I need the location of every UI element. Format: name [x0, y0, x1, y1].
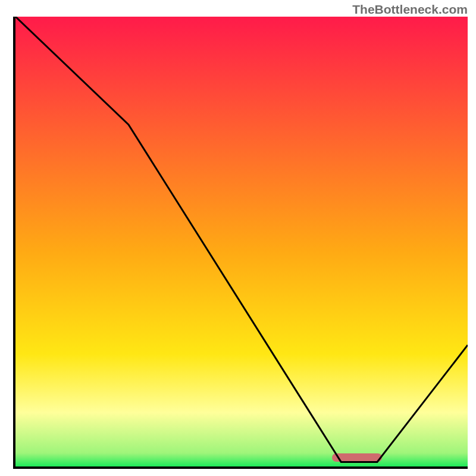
plot-area: [13, 17, 468, 469]
watermark-text: TheBottleneck.com: [352, 2, 468, 17]
chart-container: TheBottleneck.com: [0, 0, 476, 476]
bottleneck-curve: [15, 17, 468, 466]
